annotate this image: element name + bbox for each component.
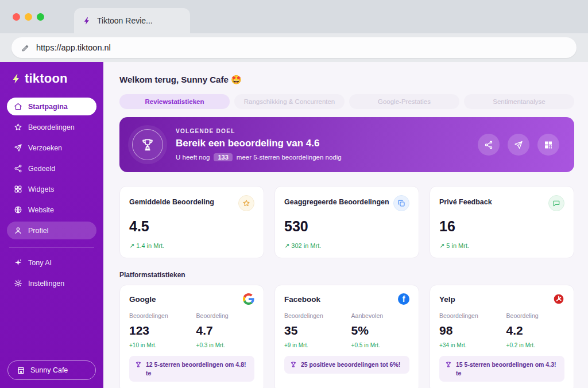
qr-code-icon [544,140,553,149]
platform-metric: Beoordelingen 123 +10 in Mrt. [129,312,196,348]
share-goal-button[interactable] [478,134,500,156]
fullscreen-window-button[interactable] [37,13,44,21]
tab-label: Sentimentanalyse [493,98,545,105]
sidebar-item-widgets[interactable]: Widgets [7,180,96,198]
sidebar-item-profiel[interactable]: Profiel [7,222,96,239]
platform-metric: Beoordeling 4.7 +0.3 in Mrt. [196,312,254,348]
sidebar-divider [9,247,94,248]
trophy-icon [290,361,297,368]
sidebar-item-startpagina[interactable]: Startpagina [7,98,96,115]
window-controls [13,13,44,21]
sidebar-item-verzoeken[interactable]: Verzoeken [7,139,96,157]
trophy-icon [135,361,142,368]
metric-delta: +0.3 in Mrt. [196,342,254,348]
platform-metric: Beoordeling 4.2 +0.2 in Mrt. [506,312,564,348]
tab-label: Rangschikking & Concurrenten [244,98,335,105]
tab-title: Tiktoon Revie... [97,16,153,25]
section-tabs: Reviewstatistieken Rangschikking & Concu… [119,94,574,109]
browser-tab-strip: Tiktoon Revie... [0,0,588,33]
minimize-window-button[interactable] [25,13,32,21]
metric-value: 98 [439,324,506,337]
stat-delta: ↗ 5 in Mrt. [439,242,564,250]
tiktoon-app: tiktoon Startpagina Beoordelingen [0,62,588,388]
stat-delta: ↗ 302 in Mrt. [284,242,409,250]
sidebar-item-label: Website [28,206,54,214]
metric-label: Beoordeling [506,312,564,319]
platform-name: Facebook [284,295,320,304]
browser-toolbar: https://app.tiktoon.nl [0,33,588,62]
goal-banner: VOLGENDE DOEL Bereik een beoordeling van… [119,117,574,172]
home-icon [13,102,22,111]
sidebar-item-label: Tony AI [28,259,52,267]
grid-icon [13,185,22,194]
stat-value: 530 [284,218,409,235]
sidebar-item-label: Verzoeken [28,144,62,152]
browser-tab[interactable]: Tiktoon Revie... [74,8,190,33]
share-nodes-icon [484,140,493,149]
stat-value: 16 [439,218,564,235]
stat-value: 4.5 [129,218,254,235]
close-window-button[interactable] [13,13,20,21]
metric-delta: +10 in Mrt. [129,342,196,348]
platform-goal-text: 12 5-sterren beoordelingen om 4.8! te [146,360,249,377]
account-switcher[interactable]: Sunny Cafe [7,360,96,380]
chat-badge-icon [548,195,564,211]
tiktoon-logo-text: tiktoon [25,71,68,86]
storefront-icon [16,366,25,375]
stat-title: Gemiddelde Beoordeling [129,195,214,206]
goal-subtitle: U heeft nog 133 meer 5-sterren beoordeli… [176,153,478,161]
account-name: Sunny Cafe [30,366,68,374]
trophy-icon [132,129,163,160]
platform-goal-text: 15 5-sterren beoordelingen om 4.3! te [456,360,559,377]
sidebar-item-label: Instellingen [28,280,64,288]
metric-value: 4.7 [196,324,254,337]
qr-code-button[interactable] [537,134,559,156]
user-icon [13,226,22,235]
metric-delta: +0.2 in Mrt. [506,342,564,348]
stat-delta: ↗ 1.4 in Mrt. [129,242,254,250]
sidebar-item-beoordelingen[interactable]: Beoordelingen [7,118,96,136]
platform-statistics-heading: Platformstatistieken [119,271,574,279]
star-icon [13,123,22,132]
sidebar-secondary-nav: Tony AI Instellingen [0,254,103,292]
tab-google-prestaties[interactable]: Google-Prestaties [349,94,459,109]
tab-rangschikking-concurrenten[interactable]: Rangschikking & Concurrenten [234,94,345,109]
sidebar-item-label: Beoordelingen [28,123,75,131]
metric-delta: +0.5 in Mrt. [351,342,409,348]
sidebar-item-website[interactable]: Website [7,201,96,219]
metric-delta: +9 in Mrt. [284,342,351,348]
metric-value: 5% [351,324,409,337]
tab-sentimentanalyse[interactable]: Sentimentanalyse [464,94,574,109]
browser-window: Tiktoon Revie... https://app.tiktoon.nl [0,0,588,388]
goal-count-badge: 133 [214,153,232,161]
star-badge-icon [238,195,254,211]
stat-cards: Gemiddelde Beoordeling 4.5 ↗ 1.4 in Mrt.… [119,186,574,258]
goal-actions [478,134,559,156]
platform-card-facebook: Facebook f Beoordelingen 35 +9 in Mrt. A… [274,285,419,388]
sidebar-item-gedeeld[interactable]: Gedeeld [7,160,96,177]
metric-label: Beoordelingen [439,312,506,319]
platform-cards: Google Beoordelingen [119,285,574,388]
platform-goal-text: 25 positieve beoordelingen tot 6%! [301,360,400,369]
tab-reviewstatistieken[interactable]: Reviewstatistieken [119,94,230,109]
goal-subtitle-suffix: meer 5-sterren beoordelingen nodig [237,154,342,161]
stat-card-prive-feedback: Privé Feedback 16 ↗ 5 in Mrt. [430,186,574,258]
yelp-logo-icon [553,293,564,305]
metric-label: Aanbevolen [351,312,409,319]
platform-metric: Beoordelingen 35 +9 in Mrt. [284,312,351,348]
sidebar-item-label: Widgets [28,185,54,193]
welcome-heading: Welkom terug, Sunny Cafe 🤩 [119,75,574,85]
stat-card-gemiddelde-beoordeling: Gemiddelde Beoordeling 4.5 ↗ 1.4 in Mrt. [119,186,264,258]
sidebar-item-tony-ai[interactable]: Tony AI [7,254,96,271]
url-bar[interactable]: https://app.tiktoon.nl [11,37,577,58]
goal-text: VOLGENDE DOEL Bereik een beoordeling van… [176,128,478,161]
stat-card-geaggregeerde-beoordelingen: Geaggregeerde Beoordelingen 530 ↗ 302 in… [274,186,419,258]
metric-label: Beoordelingen [284,312,351,319]
sidebar-item-instellingen[interactable]: Instellingen [7,274,96,292]
tab-label: Reviewstatistieken [145,98,204,105]
metric-delta: +34 in Mrt. [439,342,506,348]
metric-value: 123 [129,324,196,337]
sidebar-item-label: Startpagina [28,103,68,111]
platform-goal-banner: 25 positieve beoordelingen tot 6%! [284,356,409,374]
send-goal-button[interactable] [508,134,529,156]
